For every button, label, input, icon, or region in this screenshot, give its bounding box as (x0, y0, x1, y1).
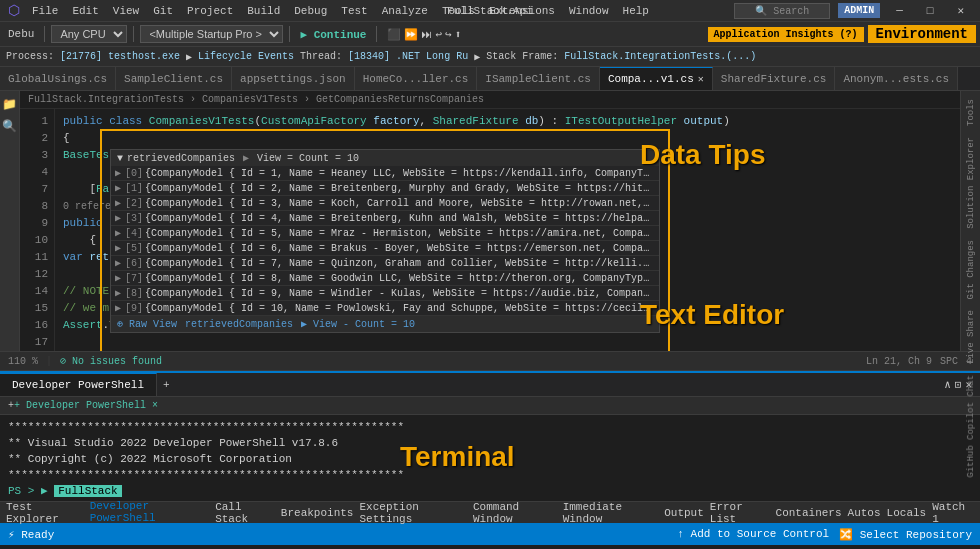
menu-view[interactable]: View (107, 3, 145, 19)
datatip-row[interactable]: ▶[7]{CompanyModel { Id = 8, Name = Goodw… (111, 271, 659, 286)
search-icon[interactable]: 🔍 (1, 117, 19, 135)
datatip-value: {CompanyModel { Id = 5, Name = Mraz - He… (145, 228, 655, 239)
datatip-value: {CompanyModel { Id = 3, Name = Koch, Car… (145, 198, 655, 209)
datatip-footer[interactable]: ⊕ Raw View retrievedCompanies ▶ View - C… (111, 316, 659, 332)
toolbar-immediate-window[interactable]: Immediate Window (563, 501, 659, 525)
datatip-index: [4] (125, 228, 145, 239)
process-sep1: ▶ (186, 51, 192, 63)
toolbar-icon-1[interactable]: ⬛ (387, 28, 401, 41)
datatip-row[interactable]: ▶[3]{CompanyModel { Id = 4, Name = Breit… (111, 211, 659, 226)
expand-arrow: ▶ (115, 212, 121, 224)
main-content: 📁 🔍 FullStack.IntegrationTests › Compani… (0, 91, 980, 351)
copilot-sidebar[interactable]: GitHub Copilot Chat (966, 371, 976, 482)
datatip-row[interactable]: ▶[8]{CompanyModel { Id = 9, Name = Windl… (111, 286, 659, 301)
menu-help[interactable]: Help (617, 3, 655, 19)
toolbar-debug-item[interactable]: Debu (4, 27, 38, 41)
toolbar-icon-6[interactable]: ⬆ (455, 28, 462, 41)
toolbar-dev-powershell[interactable]: Developer PowerShell (90, 500, 209, 526)
datatip-value: {CompanyModel { Id = 1, Name = Heaney LL… (145, 168, 655, 179)
app-insights-badge[interactable]: Application Insights (?) (708, 27, 864, 42)
continue-button[interactable]: ▶ Continue (296, 27, 370, 42)
toolbar-test-explorer[interactable]: Test Explorer (6, 501, 84, 525)
toolbar-command-window[interactable]: Command Window (473, 501, 557, 525)
panel-split-icon[interactable]: ⊡ (955, 378, 962, 391)
datatip-row[interactable]: ▶[4]{CompanyModel { Id = 5, Name = Mraz … (111, 226, 659, 241)
footer-count: ▶ View - Count = 10 (301, 318, 415, 330)
datatip-row[interactable]: ▶[9]{CompanyModel { Id = 10, Name = Powl… (111, 301, 659, 316)
toolbar-watch1[interactable]: Watch 1 (932, 501, 974, 525)
datatip-row[interactable]: ▶[1]{CompanyModel { Id = 2, Name = Breit… (111, 181, 659, 196)
datatip-index: [8] (125, 288, 145, 299)
panel-tabs: Developer PowerShell + ∧ ⊡ ✕ (0, 373, 980, 397)
panel-header-name[interactable]: + Developer PowerShell × (14, 400, 158, 411)
tab-isampleclient[interactable]: ISampleClient.cs (477, 67, 600, 90)
menu-build[interactable]: Build (241, 3, 286, 19)
solution-explorer-sidebar[interactable]: Solution Explorer (966, 133, 976, 233)
datatips-panel: ▼ retrievedCompanies ▶ View = Count = 10… (110, 149, 660, 333)
panel-add-btn[interactable]: + (157, 373, 176, 396)
toolbar-icon-3[interactable]: ⏭ (421, 28, 432, 41)
startup-selector[interactable]: <Multiple Startup Pro > (140, 25, 283, 43)
lifecycle-events[interactable]: Lifecycle Events (198, 51, 294, 62)
tab-globalusings[interactable]: GlobalUsings.cs (0, 67, 116, 90)
toolbar-exception-settings[interactable]: Exception Settings (359, 501, 467, 525)
menu-git[interactable]: Git (147, 3, 179, 19)
tab-label: GlobalUsings.cs (8, 73, 107, 85)
toolbar-icon-5[interactable]: ↪ (445, 28, 452, 41)
tab-companiesv1[interactable]: Compa...v1.cs ✕ (600, 67, 713, 90)
toolbar-locals[interactable]: Locals (887, 507, 927, 519)
live-share-sidebar[interactable]: Live Share (966, 306, 976, 368)
code-editor[interactable]: 1 2 3 4 7 8 9 10 11 12 14 15 16 17 18 19… (20, 109, 960, 351)
toolbar-output[interactable]: Output (664, 507, 704, 519)
tab-anonymtests[interactable]: Anonym...ests.cs (835, 67, 958, 90)
explorer-icon[interactable]: 📁 (1, 95, 19, 113)
datatip-value: {CompanyModel { Id = 6, Name = Brakus - … (145, 243, 655, 254)
menu-project[interactable]: Project (181, 3, 239, 19)
add-to-source-control[interactable]: ↑ Add to Source Control (677, 528, 829, 540)
tools-sidebar[interactable]: Tools (966, 95, 976, 130)
tab-sampleclient[interactable]: SampleClient.cs (116, 67, 232, 90)
datatip-row[interactable]: ▶[5]{CompanyModel { Id = 6, Name = Braku… (111, 241, 659, 256)
toolbar-error-list[interactable]: Error List (710, 501, 770, 525)
toolbar-icon-4[interactable]: ↩ (435, 28, 442, 41)
tab-label: HomeCo...ller.cs (363, 73, 469, 85)
panel-tab-powershell[interactable]: Developer PowerShell (0, 373, 157, 396)
minimize-btn[interactable]: ─ (888, 5, 911, 17)
title-right-controls: 🔍 Search ADMIN ─ □ ✕ (734, 3, 972, 19)
panel-minimize-icon[interactable]: ∧ (944, 378, 951, 391)
menu-file[interactable]: File (26, 3, 64, 19)
raw-view-link[interactable]: ⊕ Raw View (117, 318, 177, 330)
toolbar-call-stack[interactable]: Call Stack (215, 501, 275, 525)
tab-sharedfixture[interactable]: SharedFixture.cs (713, 67, 836, 90)
datatip-row[interactable]: ▶[2]{CompanyModel { Id = 3, Name = Koch,… (111, 196, 659, 211)
search-box[interactable]: 🔍 Search (734, 3, 830, 19)
menu-debug[interactable]: Debug (288, 3, 333, 19)
toolbar-autos[interactable]: Autos (848, 507, 881, 519)
datatip-value: {CompanyModel { Id = 2, Name = Breitenbe… (145, 183, 655, 194)
select-repository[interactable]: 🔀 Select Repository (839, 528, 972, 541)
terminal-line-3: ** Copyright (c) 2022 Microsoft Corporat… (8, 451, 972, 467)
tab-homecontroller[interactable]: HomeCo...ller.cs (355, 67, 478, 90)
toolbar-icon-2[interactable]: ⏩ (404, 28, 418, 41)
zoom-level: 110 % (8, 356, 38, 367)
expand-icon[interactable]: ▼ (117, 153, 123, 164)
menu-test[interactable]: Test (335, 3, 373, 19)
expand-arrow: ▶ (115, 227, 121, 239)
datatip-row[interactable]: ▶[6]{CompanyModel { Id = 7, Name = Quinz… (111, 256, 659, 271)
tab-close-icon[interactable]: ✕ (698, 73, 704, 85)
git-changes-sidebar[interactable]: Git Changes (966, 236, 976, 303)
toolbar-breakpoints[interactable]: Breakpoints (281, 507, 354, 519)
maximize-btn[interactable]: □ (919, 5, 942, 17)
menu-analyze[interactable]: Analyze (376, 3, 434, 19)
close-btn[interactable]: ✕ (949, 4, 972, 17)
cpu-selector[interactable]: Any CPU (51, 25, 127, 43)
toolbar-containers[interactable]: Containers (776, 507, 842, 519)
terminal-content[interactable]: ****************************************… (0, 415, 980, 501)
menu-edit[interactable]: Edit (66, 3, 104, 19)
menu-window[interactable]: Window (563, 3, 615, 19)
datatip-row[interactable]: ▶[0]{CompanyModel { Id = 1, Name = Heane… (111, 166, 659, 181)
tab-appsettings[interactable]: appsettings.json (232, 67, 355, 90)
expand-arrow: ▶ (115, 272, 121, 284)
code-line-17 (63, 334, 952, 351)
datatip-rows: ▶[0]{CompanyModel { Id = 1, Name = Heane… (111, 166, 659, 316)
